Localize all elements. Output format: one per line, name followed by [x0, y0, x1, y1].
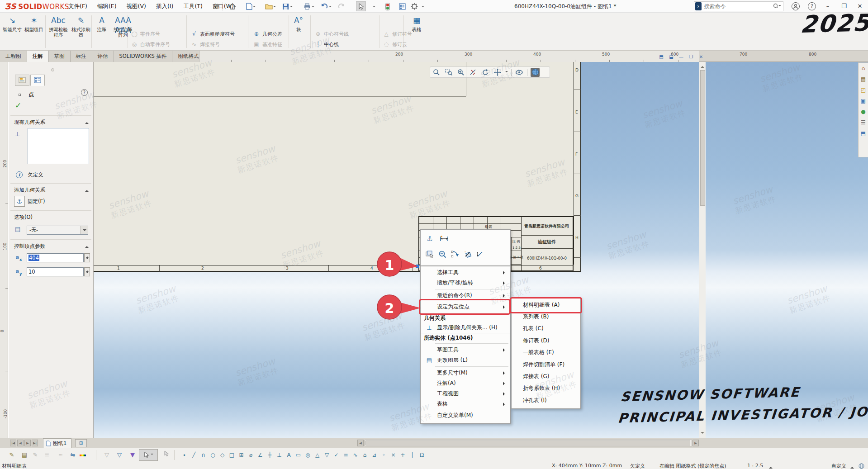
change-layer-icon[interactable]: ✎ — [7, 450, 16, 460]
dropdown-caret-icon[interactable] — [329, 6, 332, 9]
menu-header-relations[interactable]: 几何关系 — [421, 313, 510, 322]
collapse-chevron-icon[interactable] — [85, 120, 89, 124]
submenu-hole-table[interactable]: 孔表 (C) — [512, 323, 580, 335]
menu-header-selected-entity[interactable]: 所选实体 (点1046) — [421, 333, 510, 342]
datum-feature-button[interactable]: ▣基准特征 — [252, 39, 282, 49]
taskpane-custom-properties-icon[interactable]: ☰ — [859, 119, 867, 127]
tab-feature-manager[interactable] — [15, 75, 29, 86]
dropdown-caret-icon[interactable] — [505, 71, 508, 74]
help-icon[interactable]: ? — [808, 2, 816, 10]
filter-toggle-icon[interactable]: ▽ — [115, 450, 124, 460]
command-search[interactable]: › — [694, 1, 783, 11]
save-icon[interactable] — [280, 1, 290, 11]
submenu-weldment-cut-list[interactable]: 焊件切割清单 (F) — [512, 359, 580, 370]
dropdown-caret-icon[interactable] — [373, 6, 375, 9]
rotate-view-icon[interactable] — [481, 68, 490, 77]
submenu-bend-table[interactable]: 折弯系数表 (H) — [512, 383, 580, 394]
format-painter-button[interactable]: ✎格式涂刷器 — [71, 15, 91, 48]
taskpane-appearances-icon[interactable]: ● — [859, 108, 867, 116]
filter-diameter-icon[interactable]: ⌀ — [246, 450, 256, 460]
menu-customize-menu[interactable]: 自定义菜单(M) — [421, 409, 510, 422]
filter-symbol-icon[interactable]: △ — [313, 450, 322, 460]
select-arrow-icon[interactable] — [356, 1, 366, 11]
filter-surface-icon[interactable]: ◇ — [218, 450, 227, 460]
smart-dimension-button[interactable]: ↘智能尺寸 — [2, 15, 23, 48]
scroll-down-icon[interactable] — [701, 432, 704, 436]
weld-symbol-button[interactable]: ∿焊接符号 — [190, 39, 220, 49]
balloon-button[interactable]: ◯零件序号 — [130, 29, 160, 39]
dropdown-caret-icon[interactable] — [778, 5, 781, 8]
status-units[interactable]: 自定义 — [831, 463, 846, 469]
pan-icon[interactable] — [493, 68, 502, 77]
center-mark-button[interactable]: ⊕中心符号线 — [314, 29, 349, 39]
submenu-general-table[interactable]: 一般表格 (E) — [512, 347, 580, 359]
help-icon[interactable]: ? — [81, 89, 88, 96]
maximize-button[interactable]: ❐ — [837, 1, 851, 12]
filter-cross-icon[interactable]: × — [389, 450, 398, 460]
line-thickness-icon[interactable]: ≡ — [43, 450, 52, 460]
filter-angle-icon[interactable]: ∠ — [256, 450, 265, 460]
dropdown-caret-icon[interactable] — [253, 6, 256, 9]
collapse-chevron-icon[interactable] — [85, 244, 89, 248]
filter-weld-icon[interactable]: ∿ — [351, 450, 360, 460]
smart-dimension-icon[interactable]: * — [462, 249, 473, 260]
spell-checker-button[interactable]: Abc拼写检验程序 — [47, 15, 70, 48]
filter-spline-icon[interactable]: Ω — [417, 450, 427, 460]
line-style-icon[interactable]: ┅ — [56, 450, 65, 460]
centerline-button[interactable]: ┆中心线 — [314, 39, 339, 49]
relations-listbox[interactable] — [28, 128, 89, 164]
scroll-up-icon[interactable] — [701, 64, 704, 68]
filter-face-icon[interactable]: □ — [227, 450, 237, 460]
filter-hatch-icon[interactable]: ≡ — [341, 450, 351, 460]
open-document-icon[interactable] — [264, 1, 274, 11]
filter-point-icon[interactable]: ◦ — [379, 450, 389, 460]
filter-edge-icon[interactable]: ╱ — [189, 450, 199, 460]
window-cascade-icon[interactable]: ⬓ — [667, 52, 676, 60]
filter-stack-icon[interactable]: ▼ — [128, 450, 137, 460]
menu-item[interactable]: 文件(F) — [63, 0, 92, 13]
menu-selection-tools[interactable]: 选择工具 — [421, 267, 510, 278]
model-items-button[interactable]: ✶模型项目 — [24, 15, 44, 48]
menu-sketch-tools[interactable]: 草图工具 — [421, 345, 510, 355]
taskpane-design-library-icon[interactable]: ▤ — [859, 76, 867, 83]
undo-icon[interactable] — [319, 1, 329, 11]
filter-note-icon[interactable]: A — [284, 450, 294, 460]
filter-check-icon[interactable]: ✓ — [332, 450, 341, 460]
dropdown-caret-icon[interactable] — [81, 226, 88, 234]
auto-dimension-icon[interactable] — [439, 233, 450, 244]
last-sheet-button[interactable]: ▶| — [32, 440, 38, 446]
prev-sheet-button[interactable]: ◀ — [17, 440, 24, 446]
zoom-to-selection-icon[interactable] — [437, 249, 448, 260]
scale-caret-icon[interactable] — [769, 465, 773, 469]
rebuild-icon[interactable] — [383, 1, 393, 11]
taskpane-file-explorer-icon[interactable]: ◰ — [859, 86, 867, 94]
menu-item[interactable]: 视图(V) — [122, 0, 151, 13]
dropdown-caret-icon[interactable] — [273, 6, 276, 9]
layer-properties-icon[interactable]: ▤ — [20, 450, 29, 460]
print-icon[interactable] — [302, 1, 312, 11]
filter-plus-icon[interactable]: + — [398, 450, 408, 460]
first-sheet-button[interactable]: |◀ — [10, 440, 16, 446]
tab-sketch[interactable]: 草图 — [49, 51, 71, 62]
menu-set-as-anchor[interactable]: 设定为定位点 — [421, 301, 510, 313]
taskpane-forum-icon[interactable]: ⬒ — [859, 130, 867, 137]
minimize-button[interactable]: – — [821, 1, 835, 12]
tab-annotation[interactable]: 注解 — [27, 51, 49, 62]
zoom-in-out-icon[interactable] — [456, 68, 465, 77]
surface-finish-button[interactable]: √表面粗糙度符号 — [190, 29, 235, 39]
close-button[interactable]: ✕ — [853, 1, 867, 12]
x-spinner[interactable] — [84, 253, 90, 262]
fix-relation-label[interactable]: 固定(F) — [28, 198, 45, 205]
properties-list-icon[interactable] — [397, 1, 407, 11]
scroll-left-button[interactable]: ◀ — [357, 440, 364, 446]
color-display-mode-icon[interactable] — [78, 450, 87, 460]
window-tile-icon[interactable]: ⬒ — [657, 52, 666, 60]
taskpane-view-palette-icon[interactable]: ▣ — [859, 97, 867, 105]
dropdown-caret-icon[interactable] — [422, 6, 424, 9]
revision-symbol-button[interactable]: △修订符号 — [382, 29, 412, 39]
pin-icon[interactable] — [214, 3, 221, 9]
tab-addins[interactable]: SOLIDWORKS 插件 — [114, 51, 173, 62]
add-sheet-button[interactable]: ⊞ — [75, 439, 87, 447]
menu-item[interactable]: 插入(I) — [151, 0, 178, 13]
block-button[interactable]: A°块 — [291, 15, 306, 48]
